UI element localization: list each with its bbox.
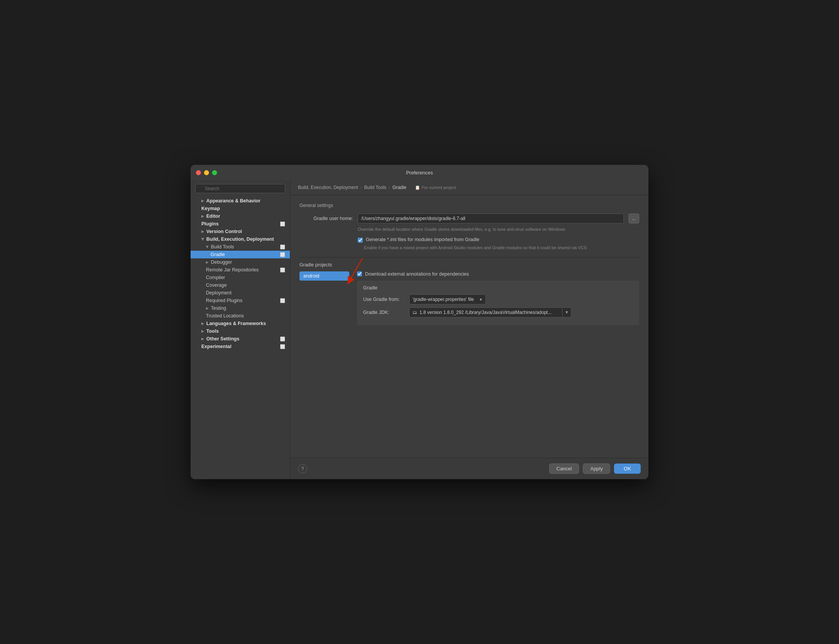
gradle-projects-section: android Download external annotations fo… (299, 271, 639, 325)
copy-icon: ⬜ (280, 252, 285, 257)
arrow-icon: ▶ (206, 306, 209, 310)
download-annotations-checkbox[interactable] (357, 271, 362, 276)
main-panel: Build, Execution, Deployment › Build Too… (290, 180, 648, 479)
project-badge: 📋 For current project (415, 185, 456, 190)
use-gradle-from-label: Use Gradle from: (363, 297, 405, 302)
arrow-icon: ▶ (201, 322, 204, 325)
cancel-button[interactable]: Cancel (549, 463, 579, 474)
copy-icon: ⬜ (280, 344, 285, 349)
help-button[interactable]: ? (298, 464, 307, 473)
sidebar-item-deployment[interactable]: Deployment (191, 289, 290, 297)
generate-iml-row: Generate *.iml files for modules importe… (358, 237, 639, 243)
copy-icon: ⬜ (280, 245, 285, 250)
sidebar-item-testing[interactable]: ▶ Testing (191, 304, 290, 312)
preferences-window: Preferences 🔍 ▶ Appearance & Behavior Ke… (191, 165, 648, 479)
footer: ? Cancel Apply OK (290, 458, 648, 479)
use-gradle-from-row: Use Gradle from: 'gradle-wrapper.propert… (363, 294, 633, 304)
window-title: Preferences (406, 170, 433, 176)
arrow-down-icon: ▶ (201, 238, 205, 241)
sidebar-item-remote-jar[interactable]: Remote Jar Repositories ⬜ (191, 266, 290, 274)
sidebar-item-build-exec[interactable]: ▶ Build, Execution, Deployment (191, 235, 290, 243)
sidebar-item-appearance[interactable]: ▶ Appearance & Behavior (191, 197, 290, 205)
sidebar-item-gradle[interactable]: Gradle ⬜ (191, 251, 290, 258)
browse-button[interactable]: ... (628, 214, 639, 223)
sidebar-item-debugger[interactable]: ▶ Debugger (191, 258, 290, 266)
copy-icon: ⬜ (280, 222, 285, 227)
breadcrumb-sep1: › (360, 185, 362, 190)
use-gradle-from-wrapper: 'gradle-wrapper.properties' file Specifi… (409, 294, 486, 304)
copy-icon: ⬜ (280, 337, 285, 342)
android-project-item[interactable]: android (299, 271, 349, 281)
sidebar-item-other-settings[interactable]: ▶ Other Settings ⬜ (191, 335, 290, 343)
arrow-icon: ▶ (201, 337, 204, 341)
sidebar: 🔍 ▶ Appearance & Behavior Keymap ▶ Edito… (191, 180, 290, 479)
footer-left: ? (298, 464, 307, 473)
sidebar-item-coverage[interactable]: Coverage (191, 281, 290, 289)
traffic-lights (196, 170, 217, 175)
gradle-user-home-row: Gradle user home: ... (299, 214, 639, 223)
gradle-jdk-selector: 🗂 1.8 version 1.8.0_292 /Library/Java/Ja… (409, 307, 571, 317)
copy-icon: ⬜ (280, 268, 285, 273)
sidebar-item-trusted-locations[interactable]: Trusted Locations (191, 312, 290, 320)
gradle-jdk-row: Gradle JDK: 🗂 1.8 version 1.8.0_292 /Lib… (363, 307, 633, 317)
generate-iml-hint: Enable if you have a mixed project with … (364, 245, 639, 251)
gradle-jdk-label: Gradle JDK: (363, 310, 405, 315)
breadcrumb: Build, Execution, Deployment › Build Too… (290, 180, 648, 195)
search-wrapper: 🔍 (195, 184, 285, 193)
generate-iml-checkbox[interactable] (358, 238, 363, 243)
breadcrumb-sep2: › (389, 185, 390, 190)
sidebar-item-tools[interactable]: ▶ Tools (191, 327, 290, 335)
project-icon: 📋 (415, 185, 420, 190)
sidebar-item-editor[interactable]: ▶ Editor (191, 212, 290, 220)
sidebar-item-experimental[interactable]: Experimental ⬜ (191, 343, 290, 350)
arrow-icon: ▶ (201, 230, 204, 233)
copy-icon: ⬜ (280, 298, 285, 303)
apply-button[interactable]: Apply (583, 463, 610, 474)
gradle-jdk-display[interactable]: 🗂 1.8 version 1.8.0_292 /Library/Java/Ja… (409, 307, 563, 317)
download-annotations-label: Download external annotations for depend… (365, 271, 469, 277)
folder-icon: 🗂 (413, 310, 417, 315)
general-settings-title: General settings (299, 203, 639, 208)
sidebar-item-required-plugins[interactable]: Required Plugins ⬜ (191, 297, 290, 304)
gradle-projects-wrapper: android Download external annotations fo… (299, 271, 639, 325)
arrow-down-icon: ▶ (206, 246, 209, 248)
settings-content: General settings Gradle user home: ... O… (290, 195, 648, 458)
gradle-subsection-title: Gradle (363, 285, 633, 291)
breadcrumb-current: Gradle (393, 185, 406, 190)
gradle-projects-title: Gradle projects (299, 262, 639, 268)
generate-iml-label: Generate *.iml files for modules importe… (366, 237, 479, 242)
gradle-user-home-label: Gradle user home: (299, 216, 353, 221)
minimize-button[interactable] (204, 170, 209, 175)
sidebar-item-build-tools[interactable]: ▶ Build Tools ⬜ (191, 243, 290, 251)
sidebar-item-languages[interactable]: ▶ Languages & Frameworks (191, 320, 290, 327)
gradle-user-home-hint: Override the default location where Grad… (358, 227, 639, 232)
sidebar-item-keymap[interactable]: Keymap (191, 205, 290, 212)
jdk-dropdown-button[interactable]: ▼ (563, 307, 571, 317)
sidebar-item-compiler[interactable]: Compiler (191, 274, 290, 281)
gradle-subsection: Gradle Use Gradle from: 'gradle-wrapper.… (357, 281, 639, 325)
project-list: android (299, 271, 349, 325)
arrow-icon: ▶ (201, 214, 204, 218)
arrow-icon: ▶ (201, 199, 204, 203)
breadcrumb-part2: Build Tools (364, 185, 387, 190)
sidebar-item-version-control[interactable]: ▶ Version Control (191, 228, 290, 235)
gradle-user-home-input[interactable] (358, 214, 624, 223)
use-gradle-from-select[interactable]: 'gradle-wrapper.properties' file Specifi… (409, 294, 486, 304)
download-annotations-row: Download external annotations for depend… (357, 271, 639, 277)
titlebar: Preferences (191, 165, 648, 180)
main-content-area: 🔍 ▶ Appearance & Behavior Keymap ▶ Edito… (191, 180, 648, 479)
search-container: 🔍 (191, 180, 290, 197)
sidebar-item-plugins[interactable]: Plugins ⬜ (191, 220, 290, 228)
arrow-icon: ▶ (206, 260, 209, 264)
breadcrumb-part1: Build, Execution, Deployment (298, 185, 358, 190)
gradle-settings: Download external annotations for depend… (357, 271, 639, 325)
arrow-icon: ▶ (201, 329, 204, 333)
maximize-button[interactable] (212, 170, 217, 175)
divider (299, 257, 639, 258)
ok-button[interactable]: OK (614, 463, 641, 474)
search-input[interactable] (195, 184, 285, 193)
close-button[interactable] (196, 170, 201, 175)
